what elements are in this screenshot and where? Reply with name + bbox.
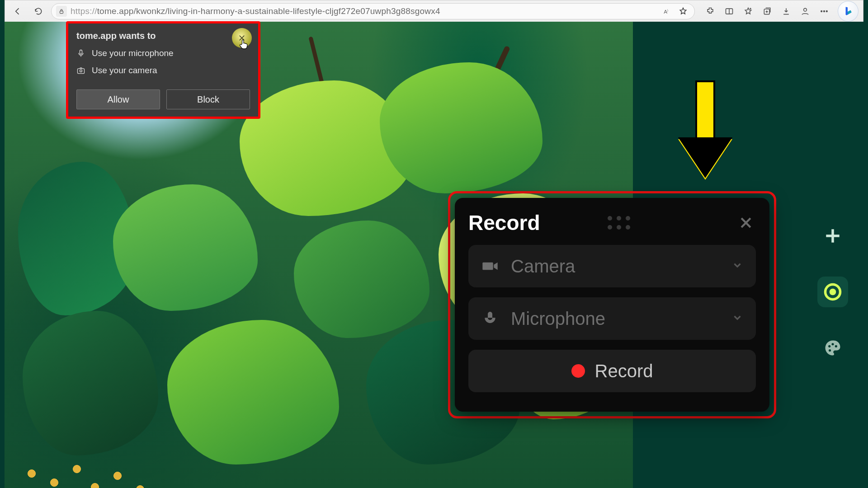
record-dot-icon: [571, 364, 585, 378]
microphone-select-label: Microphone: [511, 309, 605, 329]
start-record-button[interactable]: Record: [468, 350, 756, 392]
permission-dialog-highlight: tome.app wants to Use your microphone Us…: [66, 21, 260, 119]
permission-dialog-title: tome.app wants to: [76, 31, 250, 41]
refresh-icon: [34, 7, 43, 16]
more-button[interactable]: [816, 3, 832, 19]
camera-select-label: Camera: [511, 256, 575, 277]
address-bar[interactable]: https://tome.app/kwonkz/living-in-harmon…: [51, 3, 695, 19]
svg-rect-15: [80, 50, 82, 54]
record-panel-title: Record: [468, 211, 540, 235]
permission-cam-row: Use your camera: [76, 66, 250, 75]
star-plus-icon: [744, 7, 753, 16]
close-icon: [238, 34, 246, 42]
right-toolbar: [817, 221, 848, 363]
record-panel: Record Camera Microphone Rec: [455, 198, 769, 412]
bing-icon: [842, 5, 854, 17]
permission-dialog: tome.app wants to Use your microphone Us…: [68, 23, 258, 117]
bing-chat-button[interactable]: [838, 1, 859, 22]
svg-point-12: [831, 343, 834, 345]
profile-button[interactable]: [797, 3, 813, 19]
record-circle-icon: [823, 282, 843, 302]
permission-block-button[interactable]: Block: [166, 89, 250, 109]
permission-mic-row: Use your microphone: [76, 48, 250, 58]
downloads-button[interactable]: [778, 3, 794, 19]
puzzle-icon: [706, 7, 715, 16]
permission-cam-label: Use your camera: [92, 66, 157, 75]
record-panel-highlight: Record Camera Microphone Rec: [448, 191, 776, 418]
svg-point-13: [835, 345, 837, 347]
record-tool-button[interactable]: [817, 277, 848, 307]
download-icon: [782, 7, 791, 16]
camera-select[interactable]: Camera: [468, 245, 756, 287]
favorites-button[interactable]: [740, 3, 756, 19]
person-icon: [801, 7, 810, 16]
plus-icon: [823, 226, 843, 246]
extensions-button[interactable]: [702, 3, 718, 19]
svg-point-11: [828, 345, 830, 347]
permission-allow-button[interactable]: Allow: [76, 89, 160, 109]
read-aloud-icon[interactable]: A》: [660, 5, 674, 18]
svg-point-17: [80, 70, 82, 72]
svg-point-7: [824, 10, 825, 12]
ellipsis-icon: [820, 7, 829, 16]
permission-mic-label: Use your microphone: [92, 48, 174, 58]
collections-icon: [763, 7, 772, 16]
refresh-button[interactable]: [30, 3, 47, 19]
chevron-down-icon: [731, 259, 743, 273]
collections-button[interactable]: [759, 3, 775, 19]
microphone-select[interactable]: Microphone: [468, 297, 756, 340]
camera-icon: [76, 66, 85, 75]
back-button[interactable]: [9, 3, 26, 19]
svg-point-5: [804, 8, 807, 11]
url-text: https://tome.app/kwonkz/living-in-harmon…: [71, 6, 440, 16]
microphone-icon: [76, 49, 85, 58]
site-lock-icon: [56, 6, 67, 17]
theme-button[interactable]: [817, 333, 848, 363]
split-icon: [725, 7, 734, 16]
svg-rect-16: [78, 69, 85, 74]
arrow-left-icon: [13, 7, 22, 16]
svg-point-14: [829, 349, 831, 352]
svg-text:》: 》: [667, 9, 670, 12]
annotation-arrow: [678, 80, 732, 184]
svg-rect-0: [60, 11, 63, 13]
record-panel-close-button[interactable]: [736, 213, 756, 233]
microphone-icon: [481, 310, 499, 328]
svg-point-8: [826, 10, 828, 12]
add-button[interactable]: [817, 221, 848, 251]
start-record-label: Record: [595, 361, 653, 381]
svg-point-10: [830, 289, 836, 296]
drag-handle-icon[interactable]: [608, 216, 630, 230]
browser-actions: [702, 1, 859, 22]
close-icon: [738, 215, 754, 230]
split-screen-button[interactable]: [721, 3, 737, 19]
permission-close-button[interactable]: [232, 28, 252, 48]
browser-toolbar: https://tome.app/kwonkz/living-in-harmon…: [5, 0, 863, 22]
svg-point-6: [821, 10, 822, 12]
palette-icon: [823, 338, 843, 358]
camera-icon: [481, 257, 499, 275]
favorite-star-icon[interactable]: [676, 5, 690, 18]
chevron-down-icon: [731, 312, 743, 325]
